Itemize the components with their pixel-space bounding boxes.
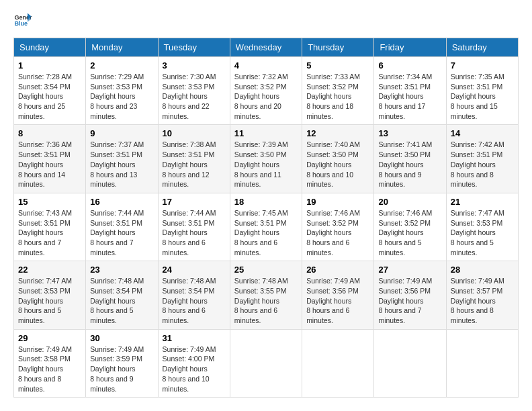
day-number: 6 [378,60,441,71]
calendar-cell: 4 Sunrise: 7:32 AM Sunset: 3:52 PM Dayli… [230,57,302,125]
day-info: Sunrise: 7:32 AM Sunset: 3:52 PM Dayligh… [234,72,298,121]
calendar-cell: 24 Sunrise: 7:48 AM Sunset: 3:54 PM Dayl… [158,261,230,329]
calendar-cell: 5 Sunrise: 7:33 AM Sunset: 3:52 PM Dayli… [302,57,374,125]
day-info: Sunrise: 7:46 AM Sunset: 3:52 PM Dayligh… [378,208,441,257]
day-info: Sunrise: 7:46 AM Sunset: 3:52 PM Dayligh… [306,208,369,257]
day-number: 13 [378,128,441,138]
calendar-cell [446,329,518,397]
calendar-cell: 21 Sunrise: 7:47 AM Sunset: 3:53 PM Dayl… [446,193,518,261]
day-info: Sunrise: 7:49 AM Sunset: 4:00 PM Dayligh… [163,345,226,394]
day-number: 26 [306,265,369,275]
day-info: Sunrise: 7:38 AM Sunset: 3:51 PM Dayligh… [163,140,226,189]
day-info: Sunrise: 7:43 AM Sunset: 3:51 PM Dayligh… [18,208,81,257]
day-number: 21 [451,197,514,207]
weekday-header: Wednesday [230,38,302,57]
calendar-cell: 22 Sunrise: 7:47 AM Sunset: 3:53 PM Dayl… [14,261,86,329]
calendar-cell [230,329,302,397]
day-info: Sunrise: 7:37 AM Sunset: 3:51 PM Dayligh… [90,140,153,189]
day-number: 22 [18,265,81,275]
day-info: Sunrise: 7:33 AM Sunset: 3:52 PM Dayligh… [306,72,369,121]
calendar-cell: 3 Sunrise: 7:30 AM Sunset: 3:53 PM Dayli… [158,57,230,125]
day-info: Sunrise: 7:45 AM Sunset: 3:51 PM Dayligh… [234,208,298,257]
calendar-cell: 11 Sunrise: 7:39 AM Sunset: 3:50 PM Dayl… [230,125,302,193]
calendar-cell [302,329,374,397]
day-number: 20 [378,197,441,207]
day-info: Sunrise: 7:28 AM Sunset: 3:54 PM Dayligh… [18,72,81,121]
day-number: 3 [163,60,226,71]
day-number: 17 [163,197,226,207]
day-info: Sunrise: 7:49 AM Sunset: 3:56 PM Dayligh… [378,276,441,325]
day-number: 10 [163,128,226,138]
calendar-cell: 17 Sunrise: 7:44 AM Sunset: 3:51 PM Dayl… [158,193,230,261]
day-info: Sunrise: 7:49 AM Sunset: 3:56 PM Dayligh… [306,276,369,325]
weekday-header: Thursday [302,38,374,57]
day-info: Sunrise: 7:34 AM Sunset: 3:51 PM Dayligh… [378,72,441,121]
page-header: General Blue [13,11,519,30]
calendar-week-row: 8 Sunrise: 7:36 AM Sunset: 3:51 PM Dayli… [14,125,519,193]
day-info: Sunrise: 7:47 AM Sunset: 3:53 PM Dayligh… [451,208,514,257]
weekday-header: Sunday [14,38,86,57]
day-number: 31 [163,333,226,343]
day-info: Sunrise: 7:41 AM Sunset: 3:50 PM Dayligh… [378,140,441,189]
logo-icon: General Blue [13,11,32,30]
day-info: Sunrise: 7:36 AM Sunset: 3:51 PM Dayligh… [18,140,81,189]
day-number: 9 [90,128,153,138]
day-info: Sunrise: 7:40 AM Sunset: 3:50 PM Dayligh… [306,140,369,189]
calendar-cell: 8 Sunrise: 7:36 AM Sunset: 3:51 PM Dayli… [14,125,86,193]
day-number: 24 [163,265,226,275]
day-number: 14 [451,128,514,138]
day-info: Sunrise: 7:48 AM Sunset: 3:54 PM Dayligh… [163,276,226,325]
calendar-cell: 16 Sunrise: 7:44 AM Sunset: 3:51 PM Dayl… [86,193,158,261]
day-number: 19 [306,197,369,207]
day-info: Sunrise: 7:35 AM Sunset: 3:51 PM Dayligh… [451,72,514,121]
day-number: 30 [90,333,153,343]
logo: General Blue [13,11,32,30]
calendar-cell: 13 Sunrise: 7:41 AM Sunset: 3:50 PM Dayl… [374,125,446,193]
day-number: 15 [18,197,81,207]
weekday-header: Monday [86,38,158,57]
calendar-header-row: SundayMondayTuesdayWednesdayThursdayFrid… [14,38,519,57]
day-info: Sunrise: 7:44 AM Sunset: 3:51 PM Dayligh… [90,208,153,257]
calendar-week-row: 29 Sunrise: 7:49 AM Sunset: 3:58 PM Dayl… [14,329,519,397]
calendar-table: SundayMondayTuesdayWednesdayThursdayFrid… [13,38,519,398]
calendar-cell [374,329,446,397]
calendar-cell: 25 Sunrise: 7:48 AM Sunset: 3:55 PM Dayl… [230,261,302,329]
day-number: 1 [18,60,81,71]
calendar-cell: 12 Sunrise: 7:40 AM Sunset: 3:50 PM Dayl… [302,125,374,193]
day-info: Sunrise: 7:48 AM Sunset: 3:55 PM Dayligh… [234,276,298,325]
day-number: 28 [451,265,514,275]
weekday-header: Tuesday [158,38,230,57]
calendar-cell: 1 Sunrise: 7:28 AM Sunset: 3:54 PM Dayli… [14,57,86,125]
day-info: Sunrise: 7:42 AM Sunset: 3:51 PM Dayligh… [451,140,514,189]
calendar-cell: 28 Sunrise: 7:49 AM Sunset: 3:57 PM Dayl… [446,261,518,329]
calendar-cell: 2 Sunrise: 7:29 AM Sunset: 3:53 PM Dayli… [86,57,158,125]
calendar-cell: 23 Sunrise: 7:48 AM Sunset: 3:54 PM Dayl… [86,261,158,329]
calendar-cell: 27 Sunrise: 7:49 AM Sunset: 3:56 PM Dayl… [374,261,446,329]
svg-text:Blue: Blue [14,20,28,27]
calendar-cell: 15 Sunrise: 7:43 AM Sunset: 3:51 PM Dayl… [14,193,86,261]
day-number: 11 [234,128,298,138]
day-info: Sunrise: 7:49 AM Sunset: 3:58 PM Dayligh… [18,345,81,394]
day-number: 25 [234,265,298,275]
weekday-header: Saturday [446,38,518,57]
calendar-cell: 30 Sunrise: 7:49 AM Sunset: 3:59 PM Dayl… [86,329,158,397]
calendar-week-row: 1 Sunrise: 7:28 AM Sunset: 3:54 PM Dayli… [14,57,519,125]
day-info: Sunrise: 7:47 AM Sunset: 3:53 PM Dayligh… [18,276,81,325]
calendar-cell: 10 Sunrise: 7:38 AM Sunset: 3:51 PM Dayl… [158,125,230,193]
calendar-cell: 19 Sunrise: 7:46 AM Sunset: 3:52 PM Dayl… [302,193,374,261]
calendar-cell: 14 Sunrise: 7:42 AM Sunset: 3:51 PM Dayl… [446,125,518,193]
calendar-cell: 31 Sunrise: 7:49 AM Sunset: 4:00 PM Dayl… [158,329,230,397]
calendar-cell: 20 Sunrise: 7:46 AM Sunset: 3:52 PM Dayl… [374,193,446,261]
day-number: 4 [234,60,298,71]
day-number: 12 [306,128,369,138]
calendar-cell: 7 Sunrise: 7:35 AM Sunset: 3:51 PM Dayli… [446,57,518,125]
day-number: 8 [18,128,81,138]
calendar-week-row: 15 Sunrise: 7:43 AM Sunset: 3:51 PM Dayl… [14,193,519,261]
day-info: Sunrise: 7:30 AM Sunset: 3:53 PM Dayligh… [163,72,226,121]
day-number: 18 [234,197,298,207]
day-number: 5 [306,60,369,71]
day-info: Sunrise: 7:49 AM Sunset: 3:57 PM Dayligh… [451,276,514,325]
calendar-cell: 9 Sunrise: 7:37 AM Sunset: 3:51 PM Dayli… [86,125,158,193]
calendar-cell: 18 Sunrise: 7:45 AM Sunset: 3:51 PM Dayl… [230,193,302,261]
calendar-cell: 29 Sunrise: 7:49 AM Sunset: 3:58 PM Dayl… [14,329,86,397]
